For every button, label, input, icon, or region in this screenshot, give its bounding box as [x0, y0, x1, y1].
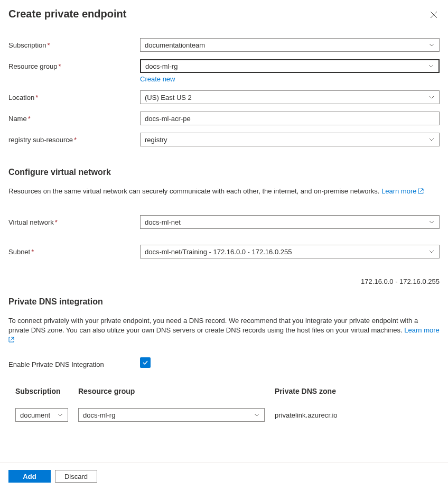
create-new-link[interactable]: Create new: [140, 75, 175, 83]
vnet-description: Resources on the same virtual network ca…: [8, 187, 440, 196]
close-icon: [430, 11, 437, 19]
chevron-down-icon: [428, 63, 434, 69]
chevron-down-icon: [428, 94, 435, 100]
enable-dns-label: Enable Private DNS Integration: [8, 357, 140, 368]
chevron-down-icon: [428, 42, 435, 48]
resource-group-label: Resource group*: [8, 59, 140, 70]
check-icon: [142, 359, 149, 366]
dns-header-resource-group: Resource group: [78, 387, 275, 395]
virtual-network-select[interactable]: docs-ml-net: [140, 215, 440, 229]
location-label: Location*: [8, 90, 140, 101]
subscription-label: Subscription*: [8, 38, 140, 49]
subnet-label: Subnet*: [8, 245, 140, 256]
external-link-icon: [418, 188, 424, 194]
chevron-down-icon: [254, 412, 260, 418]
chevron-down-icon: [428, 136, 435, 143]
resource-group-select[interactable]: docs-ml-rg: [140, 59, 440, 73]
ip-range-text: 172.16.0.0 - 172.16.0.255: [8, 278, 440, 285]
dns-header-subscription: Subscription: [15, 387, 78, 395]
dns-header-zone: Private DNS zone: [275, 387, 433, 395]
dns-zone-value: privatelink.azurecr.io: [275, 411, 338, 419]
page-title: Create private endpoint: [8, 8, 126, 20]
vnet-learn-more-link[interactable]: Learn more: [381, 187, 424, 195]
subnet-select[interactable]: docs-ml-net/Training - 172.16.0.0 - 172.…: [140, 245, 440, 258]
name-label: Name*: [8, 112, 140, 123]
dns-resource-group-select[interactable]: docs-ml-rg: [78, 408, 265, 422]
discard-button[interactable]: Discard: [55, 470, 97, 483]
name-input[interactable]: docs-ml-acr-pe: [140, 112, 440, 125]
dns-table-header: Subscription Resource group Private DNS …: [8, 387, 440, 395]
sub-resource-select[interactable]: registry: [140, 133, 440, 146]
chevron-down-icon: [428, 219, 435, 225]
dns-heading: Private DNS integration: [8, 297, 440, 307]
dns-description: To connect privately with your private e…: [8, 316, 440, 345]
dns-table-row: document docs-ml-rg privatelink.azurecr.…: [8, 408, 440, 422]
close-button[interactable]: [428, 9, 440, 22]
add-button[interactable]: Add: [8, 470, 51, 483]
subscription-select[interactable]: documentationteam: [140, 38, 440, 52]
virtual-network-label: Virtual network*: [8, 215, 140, 226]
vnet-heading: Configure virtual network: [8, 168, 440, 177]
chevron-down-icon: [57, 412, 63, 418]
dns-subscription-select[interactable]: document: [15, 408, 68, 422]
sub-resource-label: registry sub-resource*: [8, 133, 140, 144]
location-select[interactable]: (US) East US 2: [140, 90, 440, 104]
external-link-icon: [8, 337, 14, 343]
chevron-down-icon: [428, 248, 435, 255]
enable-dns-checkbox[interactable]: [140, 357, 151, 368]
